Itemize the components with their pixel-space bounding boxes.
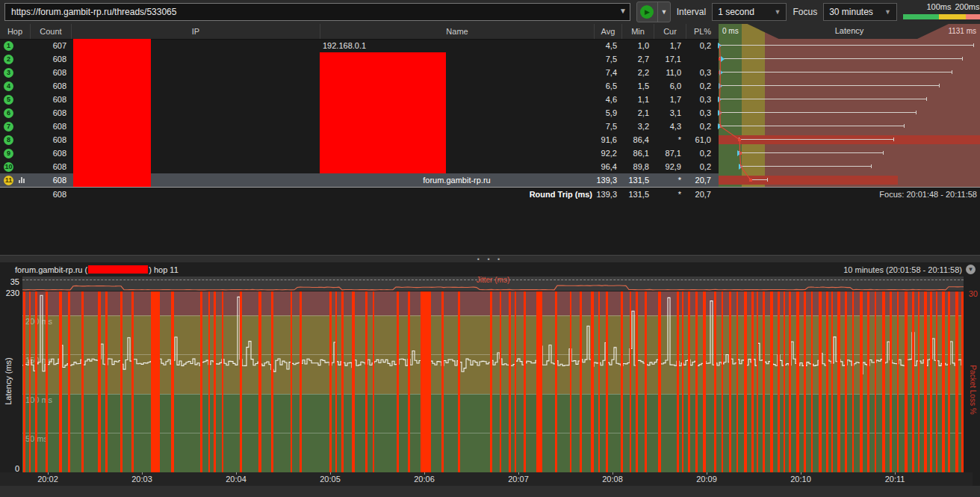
packet-loss-line xyxy=(645,291,647,472)
packet-loss-line xyxy=(23,291,25,472)
url-dropdown-arrow-icon[interactable]: ▼ xyxy=(619,7,627,15)
packet-loss-line xyxy=(120,291,122,472)
latency-header-label: Latency xyxy=(719,26,980,35)
focus-select[interactable]: 30 minutes▼ xyxy=(823,3,897,21)
min-cell: 2,7 xyxy=(621,52,649,66)
cur-cell: 4,3 xyxy=(654,120,681,133)
table-row[interactable]: 1607192.168.0.14,51,01,70,2 xyxy=(0,39,980,52)
interval-select[interactable]: 1 second▼ xyxy=(712,3,787,21)
latency-scale-header[interactable]: 0 ms Latency 1131 ms xyxy=(719,24,980,39)
pl-cell: 0,2 xyxy=(686,79,711,93)
column-header-cur[interactable]: Cur xyxy=(654,24,686,39)
packet-loss-line xyxy=(352,291,355,472)
column-header-ip[interactable]: IP xyxy=(71,24,320,39)
column-header-pl[interactable]: PL% xyxy=(686,24,719,39)
timeline-title-prefix: forum.gambit-rp.ru ( xyxy=(15,265,87,274)
current-marker-icon xyxy=(739,164,742,170)
packet-loss-line xyxy=(240,291,242,472)
latency-range-whisker xyxy=(719,72,952,72)
name-cell xyxy=(320,52,594,66)
column-header-count[interactable]: Count xyxy=(30,24,71,39)
packet-loss-line xyxy=(811,291,813,472)
name-cell xyxy=(320,66,594,79)
table-row[interactable]: 56084,61,11,70,3 xyxy=(0,93,980,106)
packet-loss-line xyxy=(598,291,600,472)
table-row[interactable]: 960892,286,187,10,2 xyxy=(0,146,980,160)
avg-cell: 139,3 xyxy=(594,173,617,187)
column-header-hop[interactable]: Hop xyxy=(0,24,30,39)
packet-loss-line xyxy=(500,291,501,472)
latency-range-whisker xyxy=(719,126,905,126)
redacted-ip xyxy=(73,120,151,133)
packet-loss-line xyxy=(688,291,690,472)
table-row[interactable]: 36087,42,211,00,3 xyxy=(0,66,980,79)
pl-cell: 0,2 xyxy=(686,160,711,173)
hop-latency-minigraph xyxy=(719,52,980,66)
packet-loss-line xyxy=(658,291,661,472)
packet-loss-line xyxy=(912,291,914,472)
round-trip-label: Round Trip (ms) xyxy=(320,188,592,201)
focus-range-text: Focus: 20:01:48 - 20:11:58 xyxy=(719,188,977,201)
legend-100ms-label: 100ms xyxy=(926,2,951,11)
play-button[interactable]: ▶ xyxy=(637,2,657,22)
packet-loss-line xyxy=(524,291,526,472)
name-cell xyxy=(320,146,594,160)
table-row[interactable]: 26087,52,717,1 xyxy=(0,52,980,66)
table-row[interactable]: 76087,53,24,30,2 xyxy=(0,120,980,133)
packet-loss-line xyxy=(682,291,683,472)
min-cell: 3,2 xyxy=(621,120,649,133)
packet-loss-line xyxy=(630,291,631,472)
table-row[interactable]: 46086,51,56,00,2 xyxy=(0,79,980,93)
min-cell: 86,1 xyxy=(621,146,649,160)
packet-loss-line xyxy=(200,291,202,472)
hop-number-cell: 9 xyxy=(0,146,30,160)
packet-loss-line xyxy=(606,291,608,472)
packet-loss-line xyxy=(536,291,542,472)
round-trip-count: 608 xyxy=(30,188,66,201)
cur-cell: 3,1 xyxy=(654,106,681,120)
ip-cell xyxy=(71,39,320,52)
min-cell: 2,2 xyxy=(621,66,649,79)
min-cell: 2,1 xyxy=(621,106,649,120)
table-row[interactable]: 860891,686,4*61,0 xyxy=(0,133,980,146)
latency-legend: 100ms 200ms xyxy=(903,1,976,22)
time-tick-label: 20:05 xyxy=(320,475,341,484)
count-cell: 608 xyxy=(30,173,66,187)
table-row[interactable]: 11608forum.gambit-rp.ru139,3131,5*20,7 xyxy=(0,173,980,187)
redacted-name xyxy=(320,133,446,146)
latency-range-whisker xyxy=(719,45,974,46)
latency-range-whisker xyxy=(739,166,872,167)
avg-cell: 6,5 xyxy=(594,79,617,93)
latency-timeline-chart[interactable]: 200 ms 150 ms 100 ms 50 ms xyxy=(22,291,964,472)
column-header-avg[interactable]: Avg xyxy=(594,24,621,39)
packet-loss-line xyxy=(515,291,516,472)
hop-number-cell: 5 xyxy=(0,93,30,106)
min-cell: 89,8 xyxy=(621,160,649,173)
packet-loss-line xyxy=(763,291,765,472)
round-trip-avg: 139,3 xyxy=(594,188,617,201)
packet-loss-line xyxy=(831,291,833,472)
table-row[interactable]: 1060896,489,892,90,2 xyxy=(0,160,980,173)
timeline-title: forum.gambit-rp.ru ( ) hop 11 xyxy=(15,264,179,275)
column-header-min[interactable]: Min xyxy=(621,24,654,39)
column-header-name[interactable]: Name xyxy=(320,24,594,39)
packet-loss-line xyxy=(421,291,431,472)
chevron-down-icon: ▼ xyxy=(884,8,891,16)
cur-cell: * xyxy=(654,173,681,187)
latency-range-whisker xyxy=(739,139,895,140)
play-dropdown-arrow-icon[interactable]: ▼ xyxy=(657,2,670,22)
redacted-name xyxy=(320,120,446,133)
timeline-range: 10 minutes (20:01:58 - 20:11:58) ▼ xyxy=(843,264,976,275)
collapse-chevron-icon[interactable]: ▼ xyxy=(966,265,976,274)
pl-cell: 0,2 xyxy=(686,146,711,160)
hop-latency-minigraph xyxy=(719,120,980,133)
timeline-range-label: 10 minutes (20:01:58 - 20:11:58) xyxy=(843,265,962,274)
current-marker-icon xyxy=(737,150,741,156)
count-cell: 608 xyxy=(30,160,66,173)
table-row[interactable]: 66085,92,13,10,3 xyxy=(0,106,980,120)
url-input[interactable]: https://forum.gambit-rp.ru/threads/53306… xyxy=(4,3,630,21)
name-cell: 192.168.0.1 xyxy=(320,39,594,52)
latency-axis-label: Latency (ms) xyxy=(4,325,13,437)
hop-number-cell: 7 xyxy=(0,120,30,133)
redacted-name xyxy=(320,93,446,106)
